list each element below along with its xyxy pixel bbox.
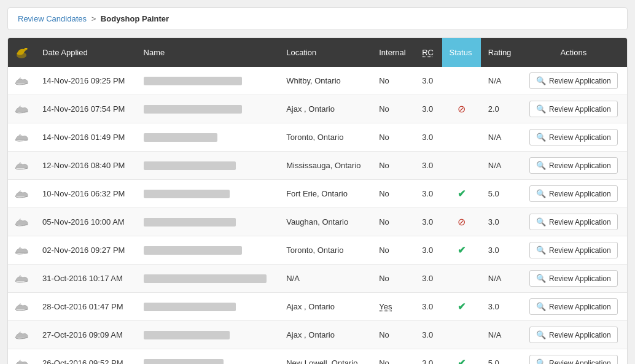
review-btn-icon: 🔍 (536, 217, 546, 227)
row-date: 02-Nov-2016 09:27 PM (35, 236, 136, 265)
review-application-button[interactable]: 🔍Review Application (529, 327, 618, 343)
row-shoe-icon (13, 71, 30, 88)
row-icon-cell (8, 95, 35, 123)
row-location: Toronto, Ontario (279, 123, 372, 152)
row-shoe-icon (13, 269, 30, 286)
review-application-button[interactable]: 🔍Review Application (529, 270, 618, 287)
row-date: 31-Oct-2016 10:17 AM (35, 265, 136, 293)
row-shoe-icon (13, 128, 30, 145)
row-rating: 3.0 (481, 208, 520, 236)
row-location: Fort Erie, Ontario (279, 180, 372, 208)
row-status (442, 67, 481, 95)
review-btn-icon: 🔍 (536, 330, 546, 339)
row-name (136, 180, 279, 208)
review-application-button[interactable]: 🔍Review Application (529, 355, 618, 364)
col-header-date-applied: Date Applied (35, 38, 136, 67)
row-rc: 3.0 (415, 123, 442, 152)
table-row: 10-Nov-2016 06:32 PMFort Erie, OntarioNo… (8, 180, 627, 208)
row-rating: 3.0 (481, 236, 520, 265)
check-icon: ✔ (458, 188, 466, 199)
row-action-cell: 🔍Review Application (520, 265, 627, 293)
row-name (136, 95, 279, 123)
row-icon-cell (8, 180, 35, 208)
row-action-cell: 🔍Review Application (520, 293, 627, 321)
col-header-rating: Rating (481, 38, 520, 67)
row-location: Toronto, Ontario (279, 236, 372, 265)
review-btn-icon: 🔍 (536, 104, 546, 114)
review-application-button[interactable]: 🔍Review Application (529, 185, 618, 202)
row-location: N/A (279, 265, 372, 293)
row-rating: N/A (481, 123, 520, 152)
review-application-button[interactable]: 🔍Review Application (529, 101, 618, 117)
row-name (136, 293, 279, 321)
row-location: Whitby, Ontario (279, 67, 372, 95)
table-row: 28-Oct-2016 01:47 PMAjax , OntarioYes3.0… (8, 293, 627, 321)
row-internal: No (372, 349, 415, 365)
review-btn-label: Review Application (549, 303, 611, 311)
row-internal: No (372, 208, 415, 236)
check-icon: ✔ (458, 245, 466, 255)
review-application-button[interactable]: 🔍Review Application (529, 72, 618, 89)
row-date: 14-Nov-2016 09:25 PM (35, 67, 136, 95)
row-rc: 3.0 (415, 321, 442, 349)
page-wrapper: Review Candidates > Bodyshop Painter Dat… (0, 0, 635, 364)
row-internal: No (372, 265, 415, 293)
row-internal: No (372, 123, 415, 152)
row-status: ✔ (442, 349, 481, 365)
row-rating: 2.0 (481, 95, 520, 123)
review-application-button[interactable]: 🔍Review Application (529, 242, 618, 258)
row-status: ✔ (442, 236, 481, 265)
row-internal: No (372, 152, 415, 180)
col-header-actions: Actions (520, 38, 627, 67)
row-internal: No (372, 321, 415, 349)
row-rc: 3.0 (415, 293, 442, 321)
row-rc: 3.0 (415, 152, 442, 180)
row-shoe-icon (13, 184, 30, 201)
table-row: 26-Oct-2016 09:52 PMNew Lowell, OntarioN… (8, 349, 627, 365)
row-rc: 3.0 (415, 208, 442, 236)
row-action-cell: 🔍Review Application (520, 152, 627, 180)
row-status (442, 265, 481, 293)
review-application-button[interactable]: 🔍Review Application (529, 298, 618, 315)
col-header-name: Name (136, 38, 279, 67)
review-btn-label: Review Application (549, 218, 611, 227)
table-row: 12-Nov-2016 08:40 PMMississauga, Ontario… (8, 152, 627, 180)
row-name (136, 349, 279, 365)
table-row: 14-Nov-2016 01:49 PMToronto, OntarioNo3.… (8, 123, 627, 152)
row-rating: N/A (481, 321, 520, 349)
table-row: 14-Nov-2016 07:54 PMAjax , OntarioNo3.0⊘… (8, 95, 627, 123)
breadcrumb: Review Candidates > Bodyshop Painter (7, 7, 628, 30)
review-application-button[interactable]: 🔍Review Application (529, 129, 618, 145)
review-btn-label: Review Application (549, 274, 611, 283)
banned-icon: ⊘ (458, 104, 466, 114)
candidates-table: Date Applied Name Location Internal RC S… (8, 38, 627, 364)
review-application-button[interactable]: 🔍Review Application (529, 214, 618, 230)
row-location: New Lowell, Ontario (279, 349, 372, 365)
row-icon-cell (8, 321, 35, 349)
row-action-cell: 🔍Review Application (520, 180, 627, 208)
row-rating: N/A (481, 67, 520, 95)
review-btn-icon: 🔍 (536, 76, 546, 85)
row-rc: 3.0 (415, 67, 442, 95)
row-date: 14-Nov-2016 07:54 PM (35, 95, 136, 123)
row-action-cell: 🔍Review Application (520, 123, 627, 152)
table-row: 27-Oct-2016 09:09 AMAjax , OntarioNo3.0N… (8, 321, 627, 349)
check-icon: ✔ (458, 358, 466, 364)
row-status (442, 321, 481, 349)
row-name (136, 208, 279, 236)
review-application-button[interactable]: 🔍Review Application (529, 157, 618, 174)
review-btn-label: Review Application (549, 161, 611, 170)
review-btn-icon: 🔍 (536, 302, 546, 311)
row-rating: N/A (481, 265, 520, 293)
row-shoe-icon (13, 99, 30, 117)
breadcrumb-link[interactable]: Review Candidates (18, 14, 87, 23)
row-shoe-icon (13, 325, 30, 343)
row-name (136, 321, 279, 349)
row-shoe-icon (13, 156, 30, 173)
row-rc: 3.0 (415, 236, 442, 265)
row-action-cell: 🔍Review Application (520, 67, 627, 95)
row-shoe-icon (13, 297, 30, 314)
header-bird-icon (13, 43, 30, 60)
breadcrumb-separator: > (92, 14, 96, 23)
row-icon-cell (8, 236, 35, 265)
